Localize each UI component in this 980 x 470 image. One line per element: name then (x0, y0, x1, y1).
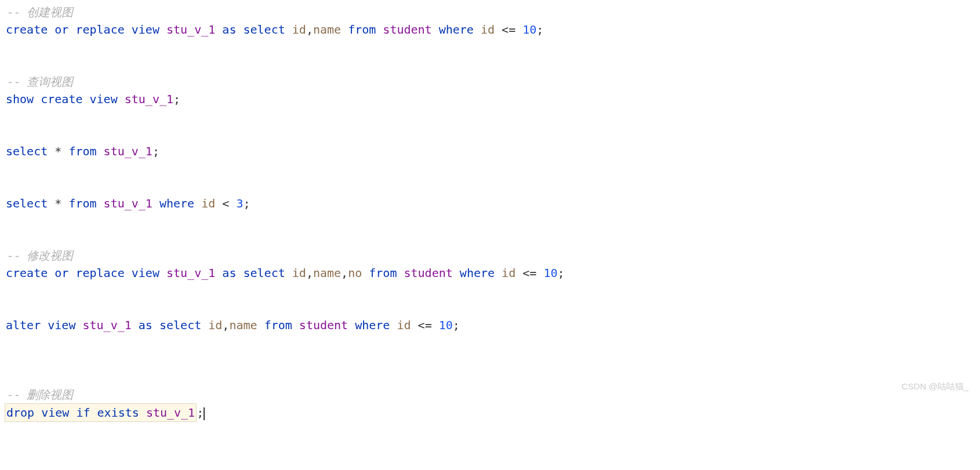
current-statement-highlight: drop view if exists stu_v_1 (5, 403, 197, 422)
sql-field: id (201, 196, 215, 210)
sql-keyword: where (439, 23, 474, 37)
code-editor[interactable]: -- 创建视图 create or replace view stu_v_1 a… (0, 0, 980, 422)
sql-keyword: exists (97, 406, 139, 420)
sql-comment: -- 删除视图 (6, 388, 73, 402)
sql-punct: ; (453, 318, 460, 332)
sql-keyword: from (348, 23, 376, 37)
code-line-empty[interactable] (6, 212, 980, 229)
sql-punct: , (306, 23, 313, 37)
code-line-empty[interactable] (6, 56, 980, 73)
sql-identifier: stu_v_1 (166, 266, 215, 280)
sql-comment: -- 修改视图 (6, 249, 73, 263)
sql-keyword: as (222, 266, 236, 280)
sql-keyword: if (76, 406, 90, 420)
code-line-comment[interactable]: -- 创建视图 (6, 3, 980, 21)
code-line[interactable]: create or replace view stu_v_1 as select… (6, 21, 980, 38)
code-line-empty[interactable] (6, 351, 980, 369)
sql-keyword: create (41, 92, 82, 106)
sql-identifier: stu_v_1 (125, 92, 173, 106)
code-line-empty[interactable] (6, 177, 980, 195)
sql-field: id (397, 318, 411, 332)
sql-keyword: alter (6, 318, 41, 332)
sql-keyword: from (369, 266, 397, 280)
sql-operator: <= (502, 23, 516, 37)
sql-keyword: where (460, 266, 495, 280)
sql-keyword: as (139, 318, 153, 332)
sql-keyword: view (41, 406, 69, 420)
sql-punct: ; (244, 196, 251, 210)
sql-keyword: or (55, 266, 68, 280)
sql-field: id (481, 23, 495, 37)
sql-number: 10 (543, 266, 557, 280)
watermark-text: CSDN @咕咕猫_ (902, 380, 968, 394)
sql-keyword: select (243, 23, 285, 37)
sql-punct: ; (153, 144, 159, 158)
code-line[interactable]: create or replace view stu_v_1 as select… (6, 264, 980, 282)
sql-number: 10 (439, 318, 453, 332)
code-line-current[interactable]: drop view if exists stu_v_1; (6, 403, 980, 422)
code-line-empty[interactable] (6, 38, 980, 56)
sql-identifier: stu_v_1 (82, 318, 131, 332)
sql-field: name (313, 266, 341, 280)
sql-keyword: where (355, 318, 390, 332)
sql-keyword: or (55, 23, 68, 37)
sql-identifier: student (404, 266, 453, 280)
sql-identifier: stu_v_1 (146, 406, 195, 420)
sql-punct: ; (173, 92, 180, 106)
sql-operator: < (222, 196, 229, 210)
code-line[interactable]: alter view stu_v_1 as select id,name fro… (6, 316, 980, 334)
code-line-comment[interactable]: -- 修改视图 (6, 247, 980, 264)
sql-identifier: stu_v_1 (104, 196, 153, 210)
sql-keyword: select (6, 196, 48, 210)
sql-keyword: show (6, 92, 34, 106)
code-line-empty[interactable] (6, 229, 980, 247)
code-line-comment[interactable]: -- 查询视图 (6, 73, 980, 90)
text-cursor (204, 407, 205, 420)
code-line-empty[interactable] (6, 334, 980, 351)
sql-comment: -- 查询视图 (6, 75, 73, 89)
code-line-empty[interactable] (6, 108, 980, 125)
sql-field: id (502, 266, 516, 280)
sql-keyword: drop (6, 406, 34, 420)
sql-keyword: replace (75, 23, 124, 37)
sql-identifier: student (299, 318, 348, 332)
sql-punct: ; (557, 266, 564, 280)
sql-keyword: select (159, 318, 201, 332)
code-line[interactable]: select * from stu_v_1 where id < 3; (6, 195, 980, 212)
sql-keyword: from (68, 196, 96, 210)
sql-number: 3 (236, 196, 243, 210)
sql-keyword: select (6, 144, 48, 158)
sql-punct: , (222, 318, 229, 332)
sql-keyword: as (222, 23, 236, 37)
sql-number: 10 (522, 23, 536, 37)
sql-keyword: view (48, 318, 75, 332)
sql-punct: , (341, 266, 348, 280)
sql-keyword: view (132, 23, 159, 37)
sql-operator: <= (522, 266, 536, 280)
code-line[interactable]: select * from stu_v_1; (6, 143, 980, 160)
code-line[interactable]: show create view stu_v_1; (6, 90, 980, 108)
code-line-empty[interactable] (6, 125, 980, 143)
sql-star: * (55, 196, 61, 210)
sql-keyword: create (6, 266, 48, 280)
sql-field: id (208, 318, 222, 332)
code-line-empty[interactable] (6, 282, 980, 299)
sql-keyword: create (6, 23, 48, 37)
code-line-comment[interactable]: -- 删除视图 (6, 386, 980, 403)
code-line-empty[interactable] (6, 299, 980, 316)
sql-comment: -- 创建视图 (6, 5, 73, 19)
sql-field: no (348, 266, 362, 280)
sql-keyword: from (264, 318, 292, 332)
sql-punct: , (306, 266, 313, 280)
code-line-empty[interactable] (6, 160, 980, 177)
sql-punct: ; (197, 406, 204, 420)
sql-field: name (229, 318, 257, 332)
sql-keyword: view (90, 92, 118, 106)
sql-keyword: replace (75, 266, 124, 280)
sql-operator: <= (418, 318, 432, 332)
sql-field: id (292, 266, 306, 280)
sql-star: * (55, 144, 61, 158)
sql-punct: ; (536, 23, 543, 37)
sql-keyword: select (243, 266, 285, 280)
code-line-empty[interactable] (6, 369, 980, 386)
